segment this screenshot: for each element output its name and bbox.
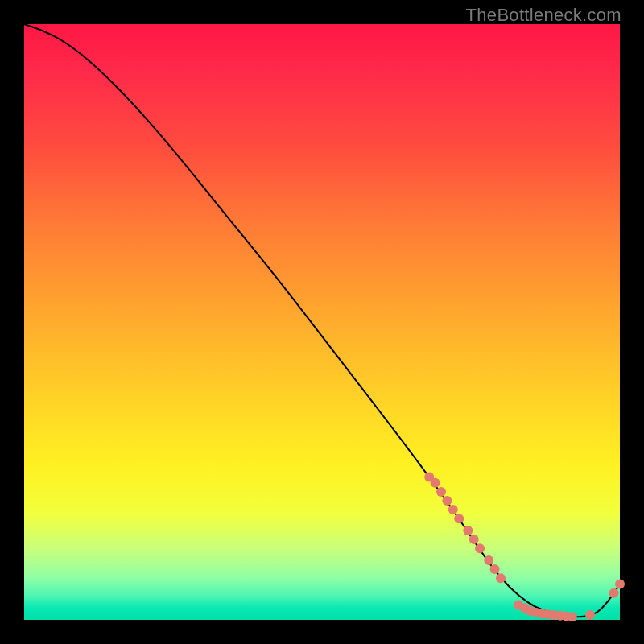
chart-frame: TheBottleneck.com (0, 0, 644, 644)
highlight-dot (615, 580, 625, 589)
highlight-dot (448, 505, 458, 514)
highlight-dot (463, 526, 473, 535)
bottleneck-curve-path (24, 24, 620, 617)
highlight-dot (568, 612, 577, 621)
highlight-dot (442, 496, 452, 506)
highlight-dot (490, 564, 500, 574)
highlight-dot (484, 555, 493, 565)
highlight-dot (609, 588, 619, 598)
curve-layer (0, 0, 644, 644)
highlight-dot (475, 543, 485, 553)
bottleneck-curve (24, 24, 620, 617)
highlight-dot (496, 573, 506, 583)
highlight-dot (585, 610, 595, 620)
highlight-dot (436, 487, 446, 497)
highlight-dot (454, 514, 464, 523)
highlight-dot (431, 478, 440, 488)
highlight-dot (469, 535, 479, 544)
